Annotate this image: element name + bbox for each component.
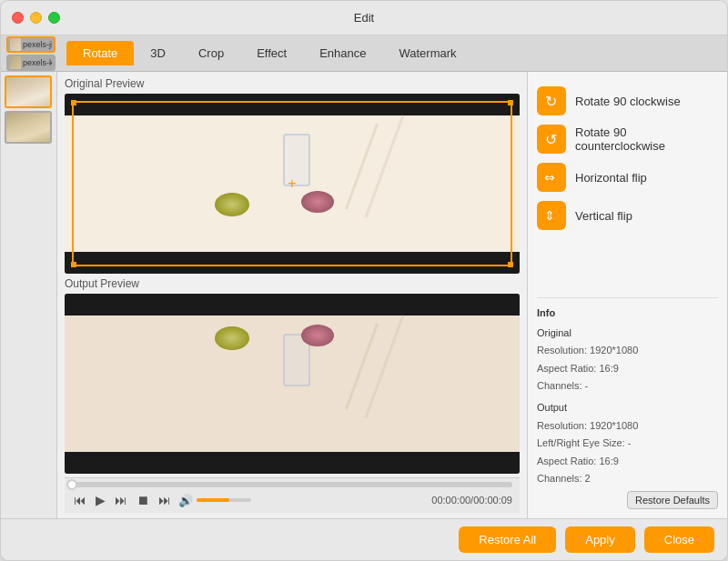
output-preview-label: Output Preview (65, 277, 520, 290)
tab-crop[interactable]: Crop (182, 41, 240, 65)
info-output-resolution: Resolution: 1920*1080 (537, 418, 718, 435)
tabs-nav: Rotate 3D Crop Effect Enhance Watermark (66, 41, 473, 65)
original-preview-box: + (65, 94, 520, 274)
flip-v-option[interactable]: ⇕ Vertical flip (537, 201, 718, 230)
rotate-cw-option[interactable]: ↻ Rotate 90 clockwise (537, 86, 718, 115)
output-bottom-bar (65, 452, 520, 474)
window-title: Edit (354, 11, 374, 25)
left-sidebar (1, 72, 57, 518)
flip-v-icon: ⇕ (537, 201, 566, 230)
file-thumb-1[interactable]: pexels-jill-... (6, 36, 56, 53)
step-forward-button[interactable]: ⏭ (113, 491, 129, 509)
original-macaron-green (215, 193, 249, 216)
main-content: Original Preview + (1, 72, 727, 518)
file-list: pexels-jill-... pexels-ko... (6, 36, 56, 71)
time-display: 00:00:00/00:00:09 (431, 495, 512, 506)
crosshair-center: + (288, 175, 296, 192)
flip-h-label: Horizontal flip (575, 171, 647, 185)
output-macaron-green (215, 326, 249, 350)
thumb-img-1 (10, 38, 21, 51)
rotate-options: ↻ Rotate 90 clockwise ↺ Rotate 90 counte… (537, 86, 718, 230)
original-top-bar (65, 94, 520, 115)
sidebar-thumb-1[interactable] (5, 75, 52, 108)
original-macaron-pink (301, 191, 334, 213)
original-label-text: Original Preview (65, 77, 144, 90)
original-preview-label: Original Preview (65, 77, 520, 90)
rotate-cw-icon: ↻ (537, 86, 566, 115)
tab-watermark[interactable]: Watermark (382, 41, 472, 65)
file-name-2: pexels-ko... (23, 58, 52, 67)
sidebar-thumb-2[interactable] (5, 111, 52, 144)
apply-button[interactable]: Apply (565, 526, 635, 553)
corner-bl (71, 262, 76, 267)
info-section: Info Original Resolution: 1920*1080 Aspe… (537, 297, 718, 509)
info-output-channels: Channels: 2 (537, 471, 718, 487)
corner-tr (508, 100, 513, 105)
player-controls: ⏮ ▶ ⏭ ⏹ ⏭ 🔊 00:00:00/00:00:09 (65, 477, 520, 513)
tab-enhance[interactable]: Enhance (303, 41, 382, 65)
file-name-1: pexels-jill-... (23, 40, 52, 49)
progress-thumb[interactable] (66, 479, 77, 490)
volume-container: 🔊 (178, 494, 251, 507)
rotate-ccw-icon: ↺ (537, 125, 566, 154)
progress-bar[interactable] (72, 482, 512, 487)
volume-icon: 🔊 (178, 494, 193, 507)
info-output-eye: Left/Right Eye Size: - (537, 436, 718, 452)
info-original-aspect: Aspect Ratio: 16:9 (537, 361, 718, 377)
titlebar: Edit (1, 1, 727, 35)
restore-all-button[interactable]: Restore All (459, 526, 556, 553)
rotate-ccw-option[interactable]: ↺ Rotate 90 counterclockwise (537, 125, 718, 154)
tab-effect[interactable]: Effect (240, 41, 303, 65)
flip-v-label: Vertical flip (575, 209, 632, 223)
sidebar-thumb-inner-2 (6, 113, 50, 142)
info-original-label: Original (537, 326, 718, 342)
info-original-resolution: Resolution: 1920*1080 (537, 343, 718, 359)
info-title: Info (537, 306, 718, 322)
corner-tl (71, 100, 76, 105)
info-output-aspect: Aspect Ratio: 16:9 (537, 454, 718, 470)
restore-defaults-container: Restore Defaults (537, 491, 718, 509)
thumb-img-2 (10, 56, 21, 69)
right-panel: ↻ Rotate 90 clockwise ↺ Rotate 90 counte… (527, 72, 727, 518)
restore-defaults-button[interactable]: Restore Defaults (627, 491, 718, 509)
flip-h-option[interactable]: ⇔ Horizontal flip (537, 163, 718, 192)
info-output-label: Output (537, 400, 718, 416)
tab-3d[interactable]: 3D (134, 41, 182, 65)
volume-fill (197, 498, 229, 502)
svg-text:↻: ↻ (545, 94, 557, 109)
close-button[interactable]: Close (644, 526, 714, 553)
sidebar-thumb-inner-1 (6, 77, 50, 106)
original-bottom-bar (65, 252, 520, 274)
volume-bar[interactable] (197, 498, 251, 502)
play-button[interactable]: ▶ (94, 491, 107, 509)
output-top-bar (65, 294, 520, 316)
minimize-traffic-light[interactable] (30, 12, 42, 24)
rotate-ccw-label: Rotate 90 counterclockwise (575, 125, 718, 153)
tab-rotate[interactable]: Rotate (66, 41, 134, 65)
preview-area: Original Preview + (57, 72, 527, 518)
original-scene: + (65, 94, 520, 274)
svg-text:⇕: ⇕ (544, 208, 555, 223)
controls-row: ⏮ ▶ ⏭ ⏹ ⏭ 🔊 00:00:00/00:00:09 (72, 491, 512, 509)
output-macaron-pink (301, 325, 334, 346)
info-content: Info Original Resolution: 1920*1080 Aspe… (537, 306, 718, 487)
svg-text:⇔: ⇔ (544, 170, 555, 185)
info-original-channels: Channels: - (537, 378, 718, 395)
traffic-lights (12, 12, 60, 24)
close-traffic-light[interactable] (12, 12, 24, 24)
flip-h-icon: ⇔ (537, 163, 566, 192)
output-preview-box (65, 294, 520, 474)
rotate-cw-label: Rotate 90 clockwise (575, 95, 681, 108)
main-window: Edit pexels-jill-... pexels-ko... Rotate… (0, 0, 728, 561)
corner-br (508, 262, 513, 267)
file-thumb-2[interactable]: pexels-ko... (6, 55, 56, 71)
maximize-traffic-light[interactable] (48, 12, 60, 24)
stop-button[interactable]: ⏹ (135, 491, 151, 509)
tabs-bar: pexels-jill-... pexels-ko... Rotate 3D C… (1, 35, 727, 72)
output-scene (65, 294, 520, 474)
skip-end-button[interactable]: ⏭ (157, 491, 173, 509)
bottom-bar: Restore All Apply Close (1, 518, 727, 560)
output-label-text: Output Preview (65, 277, 139, 290)
svg-text:↺: ↺ (545, 132, 557, 147)
skip-back-button[interactable]: ⏮ (72, 491, 88, 509)
